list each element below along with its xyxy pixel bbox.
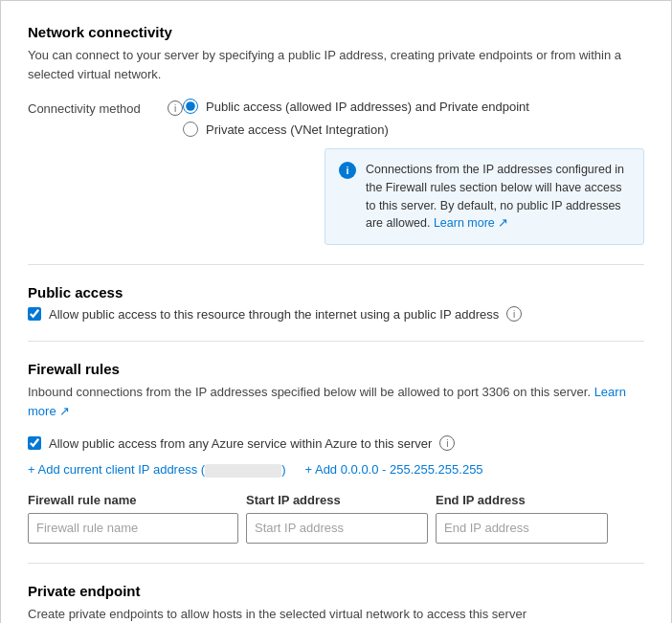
- info-box-icon: i: [339, 162, 356, 179]
- table-row: [28, 513, 644, 544]
- azure-service-checkbox-row: Allow public access from any Azure servi…: [28, 435, 644, 451]
- firewall-table: Firewall rule name Start IP address End …: [28, 493, 644, 544]
- firewall-external-link-icon: ↗: [59, 404, 70, 418]
- divider-2: [28, 341, 644, 342]
- ip-placeholder-box: [205, 464, 281, 478]
- connectivity-info-box: i Connections from the IP addresses conf…: [325, 148, 644, 245]
- add-current-ip-link[interactable]: + Add current client IP address (): [28, 462, 285, 478]
- col-rule-name: Firewall rule name: [28, 493, 238, 507]
- firewall-rules-description: Inbound connections from the IP addresse…: [28, 383, 644, 420]
- public-access-checkbox-label: Allow public access to this resource thr…: [49, 307, 499, 322]
- network-connectivity-description: You can connect to your server by specif…: [28, 46, 644, 83]
- azure-service-info-icon[interactable]: i: [439, 435, 455, 451]
- connectivity-method-info-icon[interactable]: i: [168, 100, 183, 116]
- radio-public-access[interactable]: [183, 99, 198, 114]
- col-start-ip: Start IP address: [246, 493, 428, 507]
- network-connectivity-title: Network connectivity: [28, 24, 644, 40]
- end-ip-input[interactable]: [436, 513, 608, 544]
- radio-private-access-label: Private access (VNet Integration): [206, 122, 389, 137]
- public-access-section: Public access Allow public access to thi…: [28, 284, 644, 322]
- connectivity-method-row: Connectivity method i Public access (all…: [28, 99, 644, 245]
- azure-service-checkbox-label: Allow public access from any Azure servi…: [49, 436, 432, 451]
- add-range-link[interactable]: + Add 0.0.0.0 - 255.255.255.255: [304, 462, 482, 477]
- network-connectivity-section: Network connectivity You can connect to …: [28, 24, 644, 245]
- divider-3: [28, 563, 644, 564]
- firewall-rule-name-input[interactable]: [28, 513, 238, 544]
- col-end-ip: End IP address: [436, 493, 608, 507]
- public-access-title: Public access: [28, 284, 644, 300]
- start-ip-input[interactable]: [246, 513, 428, 544]
- public-access-checkbox-row: Allow public access to this resource thr…: [28, 306, 644, 322]
- radio-option-private[interactable]: Private access (VNet Integration): [183, 122, 644, 137]
- external-link-icon: ↗: [498, 216, 508, 230]
- info-box-text: Connections from the IP addresses config…: [366, 161, 630, 233]
- private-endpoint-title: Private endpoint: [28, 583, 644, 599]
- connectivity-method-label: Connectivity method: [28, 101, 162, 116]
- azure-service-checkbox[interactable]: [28, 436, 41, 450]
- connectivity-options-col: Public access (allowed IP addresses) and…: [183, 99, 644, 245]
- firewall-rules-title: Firewall rules: [28, 361, 644, 377]
- connectivity-method-label-col: Connectivity method i: [28, 99, 183, 116]
- public-access-checkbox[interactable]: [28, 307, 41, 321]
- radio-public-access-label: Public access (allowed IP addresses) and…: [206, 100, 529, 114]
- divider-1: [28, 264, 644, 265]
- radio-option-public[interactable]: Public access (allowed IP addresses) and…: [183, 99, 644, 114]
- private-endpoint-section: Private endpoint Create private endpoint…: [28, 583, 644, 623]
- table-header: Firewall rule name Start IP address End …: [28, 493, 644, 507]
- public-access-info-icon[interactable]: i: [506, 306, 522, 322]
- main-container: Network connectivity You can connect to …: [0, 0, 672, 623]
- radio-private-access[interactable]: [183, 122, 198, 137]
- private-endpoint-description: Create private endpoints to allow hosts …: [28, 605, 644, 623]
- info-box-learn-more-link[interactable]: Learn more ↗: [434, 216, 508, 230]
- connectivity-radio-group: Public access (allowed IP addresses) and…: [183, 99, 644, 137]
- firewall-rules-section: Firewall rules Inbound connections from …: [28, 361, 644, 544]
- add-links-row: + Add current client IP address () + Add…: [28, 462, 644, 478]
